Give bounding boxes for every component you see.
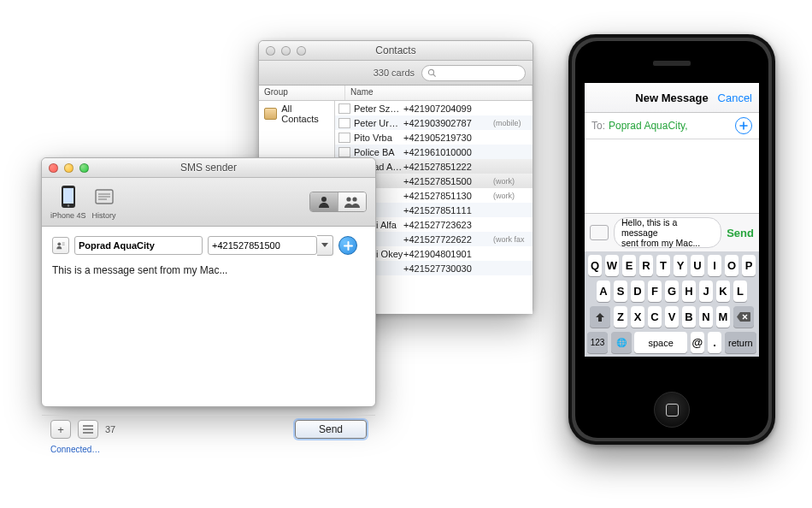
key-l[interactable]: L — [733, 281, 748, 302]
key-n[interactable]: N — [699, 306, 714, 328]
key-f[interactable]: F — [648, 281, 662, 302]
key-space[interactable]: space — [634, 332, 687, 353]
bubble-line2: sent from my Mac... — [621, 238, 714, 248]
home-button[interactable] — [654, 392, 690, 428]
recipient-row — [52, 235, 365, 256]
key-q[interactable]: Q — [588, 255, 603, 276]
to-recipient: Poprad AquaCity, — [609, 120, 688, 132]
contacts-titlebar[interactable]: Contacts — [259, 41, 533, 61]
key-delete[interactable] — [733, 306, 754, 328]
group-label: All Contacts — [281, 103, 329, 124]
svg-point-12 — [57, 242, 61, 245]
message-textarea[interactable]: This is a message sent from my Mac... — [52, 264, 365, 415]
key-z[interactable]: Z — [614, 306, 628, 328]
message-input[interactable]: Hello, this is a message sent from my Ma… — [614, 217, 721, 248]
key-y[interactable]: Y — [674, 255, 688, 276]
cancel-button[interactable]: Cancel — [718, 92, 752, 104]
search-input[interactable] — [421, 65, 526, 81]
connection-status[interactable]: Connected… — [50, 445, 100, 454]
header-group[interactable]: Group — [259, 86, 345, 100]
contact-name: Peter Urbančík — [354, 118, 403, 128]
send-button[interactable]: Send — [295, 420, 367, 439]
recipient-name-input[interactable] — [74, 236, 203, 255]
recipient-phone-input[interactable] — [208, 236, 317, 255]
key-v[interactable]: V — [665, 306, 680, 328]
person-icon — [317, 195, 331, 209]
key-w[interactable]: W — [605, 255, 620, 276]
key-s[interactable]: S — [614, 281, 628, 302]
key-d[interactable]: D — [631, 281, 645, 302]
key-x[interactable]: X — [631, 306, 645, 328]
history-button[interactable]: History — [91, 184, 117, 220]
sms-titlebar[interactable]: SMS sender — [42, 158, 375, 178]
zoom-icon[interactable] — [297, 46, 306, 56]
key-shift[interactable] — [590, 306, 610, 328]
add-contact-button[interactable] — [735, 117, 752, 134]
close-icon[interactable] — [49, 163, 58, 173]
contact-tag: (work) — [493, 192, 529, 200]
iphone-icon — [61, 185, 76, 209]
key-g[interactable]: G — [665, 281, 680, 302]
table-row[interactable]: Peter Urbančík+421903902787(mobile) — [335, 115, 533, 130]
key-return[interactable]: return — [725, 332, 756, 353]
key-c[interactable]: C — [648, 306, 662, 328]
add-button[interactable]: + — [50, 420, 71, 439]
table-row[interactable]: Peter Szakál (…)+421907204099 — [335, 101, 533, 115]
svg-point-4 — [68, 204, 69, 206]
plus-icon — [739, 121, 748, 130]
contact-phone: +421527851111 — [403, 205, 493, 216]
templates-button[interactable] — [78, 420, 98, 439]
recipient-mode-segment[interactable] — [309, 192, 367, 212]
contact-name: Peter Szakál (…) — [354, 103, 403, 114]
key-k[interactable]: K — [716, 281, 731, 302]
key-dot[interactable]: . — [708, 332, 722, 353]
device-label: iPhone 4S — [50, 211, 86, 220]
multi-recipient-button[interactable] — [338, 192, 366, 211]
camera-icon[interactable] — [590, 225, 609, 240]
key-t[interactable]: T — [656, 255, 671, 276]
phone-dropdown-button[interactable] — [317, 235, 333, 256]
key-at[interactable]: @ — [691, 332, 705, 353]
iphone-screen: New Message Cancel To: Poprad AquaCity, … — [584, 82, 760, 357]
group-all-contacts[interactable]: All Contacts — [259, 101, 334, 127]
cards-count: 330 cards — [374, 68, 415, 78]
address-book-icon — [264, 108, 277, 120]
key-m[interactable]: M — [716, 306, 731, 328]
contact-picker-button[interactable] — [52, 237, 69, 254]
contact-phone: +421961010000 — [403, 147, 493, 157]
vcard-icon — [56, 240, 66, 251]
key-h[interactable]: H — [682, 281, 697, 302]
vcard-icon — [338, 133, 350, 143]
chevron-down-icon — [321, 243, 328, 248]
single-recipient-button[interactable] — [310, 192, 338, 211]
header-name[interactable]: Name — [345, 86, 533, 100]
key-e[interactable]: E — [622, 255, 637, 276]
contact-phone: +421527851222 — [403, 162, 493, 172]
key-p[interactable]: P — [742, 255, 756, 276]
contact-tag: (mobile) — [493, 119, 529, 127]
add-recipient-button[interactable] — [338, 236, 357, 255]
key-globe[interactable]: 🌐 — [611, 332, 632, 353]
device-button[interactable]: iPhone 4S — [50, 184, 86, 220]
key-i[interactable]: I — [708, 255, 722, 276]
key-123[interactable]: 123 — [587, 332, 608, 353]
svg-line-1 — [433, 74, 436, 77]
zoom-icon[interactable] — [79, 163, 89, 173]
to-row[interactable]: To: Poprad AquaCity, — [585, 113, 759, 139]
minimize-icon[interactable] — [281, 46, 291, 56]
contact-phone: +421904801901 — [403, 249, 493, 259]
close-icon[interactable] — [266, 46, 275, 56]
history-icon — [93, 187, 115, 206]
key-a[interactable]: A — [597, 281, 611, 302]
send-button[interactable]: Send — [727, 227, 754, 239]
bubble-line1: Hello, this is a message — [621, 217, 714, 238]
shift-icon — [595, 312, 605, 322]
key-b[interactable]: B — [682, 306, 697, 328]
minimize-icon[interactable] — [64, 163, 74, 173]
key-u[interactable]: U — [691, 255, 705, 276]
table-row[interactable]: Pito Vrba+421905219730 — [335, 130, 533, 145]
key-r[interactable]: R — [639, 255, 654, 276]
key-j[interactable]: J — [699, 281, 714, 302]
key-o[interactable]: O — [725, 255, 739, 276]
message-area[interactable] — [585, 139, 759, 213]
